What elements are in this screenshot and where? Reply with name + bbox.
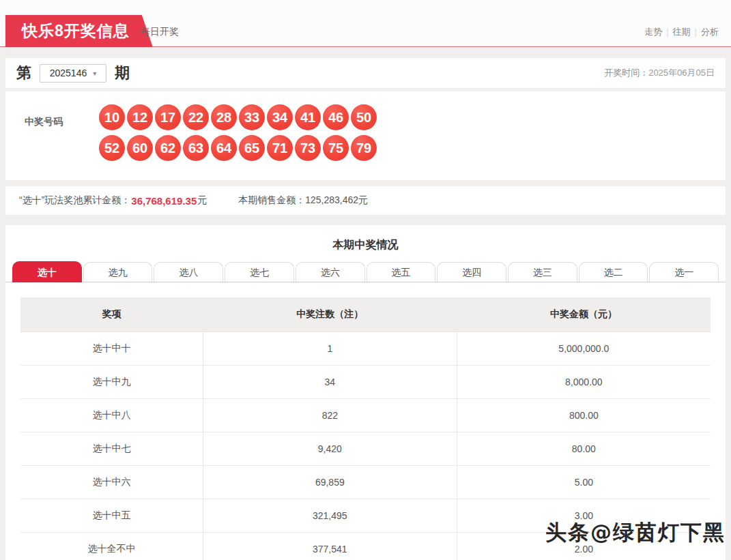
count-cell: 321,495	[203, 499, 457, 532]
count-cell: 9,420	[203, 432, 457, 465]
draw-time-value: 2025年06月05日	[648, 68, 715, 78]
table-row: 选十中九 34 8,000.00	[20, 365, 711, 398]
lottery-ball: 33	[239, 104, 265, 130]
lottery-ball: 17	[155, 104, 181, 130]
count-cell: 69,859	[203, 465, 457, 499]
lottery-ball: 22	[183, 104, 209, 130]
lottery-ball: 28	[211, 104, 237, 130]
count-cell: 1	[203, 331, 457, 365]
amount-cell: 800.00	[457, 398, 711, 432]
sales-amount: 125,283,462元	[305, 194, 368, 207]
lottery-ball: 60	[127, 135, 153, 161]
draw-time-label: 开奖时间：	[604, 68, 648, 78]
lottery-ball: 46	[323, 104, 349, 130]
top-nav: 走势|往期|分析	[640, 26, 723, 38]
tab-pick-10[interactable]: 选十	[12, 261, 82, 282]
jackpot-unit: 元	[197, 194, 207, 207]
amount-cell: 5.00	[457, 465, 711, 499]
pool-sales-bar: “选十”玩法奖池累计金额： 36,768,619.35 元 本期销售金额： 12…	[5, 186, 726, 215]
sales-label: 本期销售金额：	[238, 194, 305, 207]
jackpot-label: “选十”玩法奖池累计金额：	[19, 194, 130, 207]
count-cell: 34	[203, 365, 457, 398]
period-bar: 第 2025146 ▾ 期 开奖时间：2025年06月05日	[5, 58, 726, 88]
tab-pick-7[interactable]: 选七	[225, 262, 294, 282]
lottery-ball: 41	[295, 104, 321, 130]
lottery-ball: 75	[323, 135, 349, 161]
tab-pick-2[interactable]: 选二	[579, 262, 648, 282]
table-row: 选十中六 69,859 5.00	[20, 465, 711, 499]
table-row: 选十中七 9,420 80.00	[20, 432, 711, 465]
lottery-ball: 73	[295, 135, 321, 161]
daily-draw-link[interactable]: 每日开奖	[141, 26, 179, 38]
lottery-ball: 79	[351, 135, 377, 161]
lottery-ball: 52	[99, 135, 125, 161]
period-dropdown[interactable]: 2025146 ▾	[40, 64, 106, 83]
tab-pick-8[interactable]: 选八	[154, 262, 223, 282]
prize-tier-cell: 选十中十	[20, 331, 203, 365]
prize-tier-cell: 选十中九	[20, 365, 203, 398]
page-header: 快乐8开奖信息 每日开奖 走势|往期|分析	[0, 0, 731, 47]
prize-tier-cell: 选十中八	[20, 398, 203, 432]
nav-trend-link[interactable]: 走势	[640, 27, 666, 37]
prize-tier-cell: 选十中七	[20, 432, 203, 465]
table-header-row: 奖项 中奖注数（注） 中奖金额（元）	[20, 297, 711, 331]
amount-cell: 8,000.00	[457, 365, 711, 398]
lottery-ball: 62	[155, 135, 181, 161]
lottery-ball: 64	[211, 135, 237, 161]
lottery-ball: 63	[183, 135, 209, 161]
table-row: 选十中十 1 5,000,000.0	[20, 331, 711, 365]
period-prefix: 第	[16, 63, 31, 83]
page-title: 快乐8开奖信息	[5, 15, 153, 47]
lottery-ball: 65	[239, 135, 265, 161]
lottery-ball: 12	[127, 104, 153, 130]
period-suffix: 期	[115, 63, 130, 83]
tab-pick-1[interactable]: 选一	[649, 262, 719, 282]
count-cell: 377,541	[203, 532, 457, 560]
period-dropdown-value: 2025146	[50, 68, 87, 78]
jackpot-amount: 36,768,619.35	[131, 195, 197, 207]
watermark: 头条@绿茵灯下黑	[545, 518, 726, 547]
tab-bar: 选十 选九 选八 选七 选六 选五 选四 选三 选二 选一	[5, 261, 726, 282]
results-title: 本期中奖情况	[5, 225, 726, 252]
tab-pick-5[interactable]: 选五	[367, 262, 436, 282]
tab-pick-3[interactable]: 选三	[508, 262, 577, 282]
lottery-ball: 71	[267, 135, 293, 161]
table-row: 选十中八 822 800.00	[20, 398, 711, 432]
tab-pick-4[interactable]: 选四	[437, 262, 506, 282]
tab-pick-6[interactable]: 选六	[296, 262, 365, 282]
lottery-ball: 50	[351, 104, 377, 130]
amount-cell: 80.00	[457, 432, 711, 465]
header-prize-amount: 中奖金额（元）	[457, 297, 711, 331]
header-winner-count: 中奖注数（注）	[203, 297, 457, 331]
lottery-ball: 34	[267, 104, 293, 130]
amount-cell: 5,000,000.0	[457, 331, 711, 365]
draw-time: 开奖时间：2025年06月05日	[604, 67, 715, 79]
chevron-down-icon: ▾	[93, 70, 96, 77]
prize-tier-cell: 选十全不中	[20, 532, 203, 560]
count-cell: 822	[203, 398, 457, 432]
lottery-ball: 10	[99, 104, 125, 130]
winning-numbers-label: 中奖号码	[25, 116, 63, 128]
results-panel: 本期中奖情况 选十 选九 选八 选七 选六 选五 选四 选三 选二 选一 奖项 …	[5, 225, 726, 560]
winning-numbers-panel: 中奖号码 10121722283334414650 52606263646571…	[5, 91, 726, 180]
ball-row-1: 10121722283334414650	[99, 104, 726, 130]
nav-analysis-link[interactable]: 分析	[697, 27, 723, 37]
prize-tier-cell: 选十中六	[20, 465, 203, 499]
header-prize-tier: 奖项	[20, 297, 203, 331]
nav-past-periods-link[interactable]: 往期	[669, 27, 695, 37]
tab-pick-9[interactable]: 选九	[83, 262, 153, 282]
ball-row-2: 52606263646571737579	[99, 135, 726, 161]
prize-tier-cell: 选十中五	[20, 499, 203, 532]
